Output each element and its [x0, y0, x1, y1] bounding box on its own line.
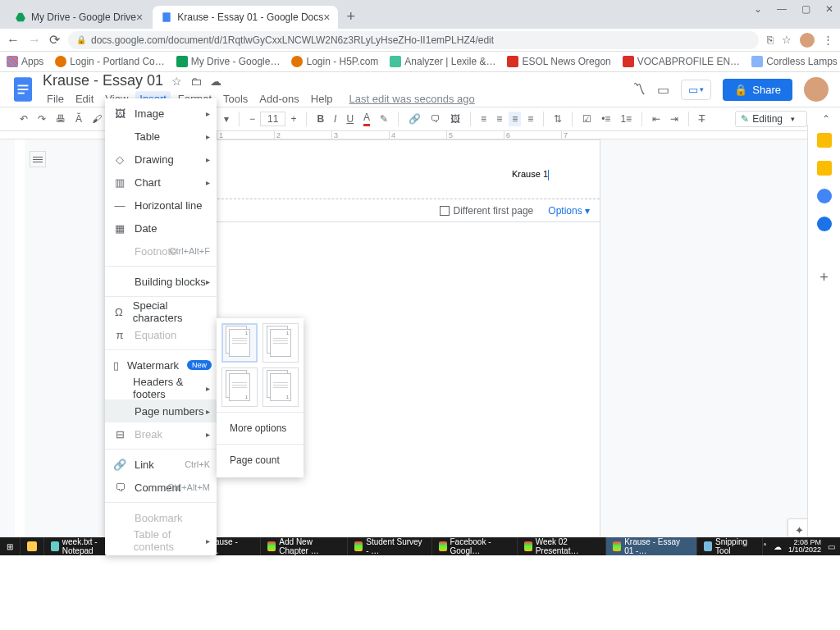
italic-icon[interactable]: I — [331, 112, 340, 126]
bookmark-item[interactable]: Cordless Lamps - Al… — [751, 56, 840, 67]
checklist-icon[interactable]: ☑ — [579, 112, 595, 126]
insert-drawing[interactable]: ◇Drawing▸ — [105, 148, 217, 171]
account-avatar[interactable] — [804, 77, 829, 102]
menu-tools[interactable]: Tools — [219, 91, 252, 107]
pn-option-bottom-right-skip[interactable]: 1 — [262, 368, 299, 407]
notifications-icon[interactable]: ▭ — [828, 542, 835, 551]
insert-hr[interactable]: —Horizontal line — [105, 194, 217, 217]
insert-watermark[interactable]: ▯WatermarkNew — [105, 354, 217, 377]
bookmark-item[interactable]: VOCABPROFILE EN… — [623, 56, 740, 67]
bookmark-item[interactable]: My Drive - Google… — [176, 56, 281, 67]
taskbar-app[interactable]: Student Survey - … — [348, 537, 431, 555]
taskbar-app[interactable]: Week 02 Presentat… — [518, 537, 607, 555]
insert-page-numbers[interactable]: Page numbers▸ — [105, 399, 217, 422]
clear-format-icon[interactable]: T̶ — [696, 112, 708, 126]
maximize-icon[interactable]: ▢ — [801, 3, 810, 15]
tray-chevron-icon[interactable]: ˄ — [763, 542, 767, 551]
move-icon[interactable]: 🗀 — [190, 75, 202, 88]
insert-special-chars[interactable]: ΩSpecial characters — [105, 300, 217, 323]
bookmark-item[interactable]: ESOL News Oregon — [507, 56, 610, 67]
browser-tab-drive[interactable]: My Drive - Google Drive × — [7, 6, 151, 29]
tray-cloud-icon[interactable]: ☁ — [774, 542, 782, 551]
share-button[interactable]: 🔒Share — [723, 79, 792, 101]
pn-page-count[interactable]: Page count — [221, 448, 299, 472]
calendar-icon[interactable] — [817, 133, 832, 148]
highlight-icon[interactable]: ✎ — [377, 112, 391, 126]
menu-edit[interactable]: Edit — [71, 91, 98, 107]
pn-more-options[interactable]: More options — [221, 416, 299, 441]
explorer-icon[interactable] — [21, 537, 44, 555]
text-color-icon[interactable]: A — [360, 110, 373, 128]
align-right-icon[interactable]: ≡ — [509, 112, 521, 126]
spellcheck-icon[interactable]: Ă — [72, 112, 85, 126]
comment-icon[interactable]: 🗨 — [427, 112, 444, 126]
forward-icon[interactable]: → — [28, 33, 41, 48]
taskbar-app[interactable]: Snipping Tool — [697, 537, 763, 555]
profile-avatar[interactable] — [800, 33, 815, 48]
back-icon[interactable]: ← — [7, 33, 20, 48]
insert-headers-footers[interactable]: Headers & footers▸ — [105, 377, 217, 399]
font-size-decrease[interactable]: − — [246, 112, 258, 126]
star-icon[interactable]: ☆ — [171, 75, 182, 88]
line-spacing-icon[interactable]: ⇅ — [550, 112, 565, 126]
docs-logo[interactable] — [11, 75, 34, 104]
bookmark-item[interactable]: Login - Portland Co… — [55, 56, 164, 67]
vertical-ruler[interactable] — [15, 139, 25, 550]
addons-plus-icon[interactable]: + — [819, 269, 829, 286]
insert-chart[interactable]: ▥Chart▸ — [105, 171, 217, 194]
translate-icon[interactable]: ⎘ — [767, 34, 774, 46]
insert-date[interactable]: ▦Date — [105, 217, 217, 240]
reload-icon[interactable]: ⟳ — [49, 32, 60, 48]
align-left-icon[interactable]: ≡ — [477, 112, 490, 126]
document-title[interactable]: Krause - Essay 01 — [43, 72, 163, 89]
header-options-link[interactable]: Options ▾ — [548, 205, 590, 217]
browser-tab-docs[interactable]: Krause - Essay 01 - Google Docs × — [153, 6, 338, 29]
close-icon[interactable]: × — [323, 11, 330, 24]
insert-link[interactable]: 🔗LinkCtrl+K — [105, 453, 217, 476]
align-center-icon[interactable]: ≡ — [493, 112, 505, 126]
pn-option-top-right-skip[interactable]: 1 — [262, 323, 299, 363]
font-size-increase[interactable]: + — [287, 112, 299, 126]
tasks-icon[interactable] — [817, 189, 832, 203]
bold-icon[interactable]: B — [313, 112, 327, 126]
image-icon[interactable]: 🖼 — [447, 112, 463, 126]
bookmark-item[interactable]: Login - H5P.com — [291, 56, 378, 67]
star-icon[interactable]: ☆ — [782, 34, 792, 46]
contacts-icon[interactable] — [817, 217, 832, 231]
menu-addons[interactable]: Add-ons — [255, 91, 303, 107]
underline-icon[interactable]: U — [343, 112, 357, 126]
link-icon[interactable]: 🔗 — [405, 112, 424, 126]
activity-icon[interactable]: 〽 — [632, 82, 646, 97]
paint-format-icon[interactable]: 🖌 — [89, 112, 105, 126]
print-icon[interactable]: 🖶 — [52, 112, 69, 126]
last-edit[interactable]: Last edit was seconds ago — [345, 91, 479, 107]
insert-comment[interactable]: 🗨CommentCtrl+Alt+M — [105, 476, 217, 499]
menu-file[interactable]: File — [43, 91, 68, 107]
redo-icon[interactable]: ↷ — [34, 112, 49, 126]
taskbar-app[interactable]: Facebook - Googl… — [432, 537, 518, 555]
font-size-input[interactable]: 11 — [260, 112, 285, 126]
start-button[interactable]: ⊞ — [0, 537, 21, 555]
collapse-toolbar-icon[interactable]: ⌃ — [822, 113, 830, 125]
apps-button[interactable]: Apps — [7, 56, 43, 67]
close-icon[interactable]: × — [136, 11, 143, 24]
pn-option-top-right[interactable]: 1 — [221, 323, 258, 363]
menu-help[interactable]: Help — [307, 91, 337, 107]
undo-icon[interactable]: ↶ — [16, 112, 31, 126]
account-chevron-icon[interactable]: ⌄ — [754, 3, 762, 15]
taskbar-clock[interactable]: 2:08 PM 1/10/2022 — [788, 539, 821, 554]
different-first-page-checkbox[interactable] — [440, 206, 450, 216]
omnibox[interactable]: 🔒 docs.google.com/document/d/1RqtlwGyCxx… — [68, 31, 759, 49]
insert-image[interactable]: 🖼Image▸ — [105, 102, 217, 125]
numbered-list-icon[interactable]: 1≡ — [617, 112, 635, 126]
new-tab-button[interactable]: + — [346, 8, 355, 25]
taskbar-app[interactable]: Add New Chapter … — [261, 537, 348, 555]
editing-mode[interactable]: ✎ Editing ▾ — [735, 111, 807, 127]
page-header-area[interactable]: Krause 1 — [193, 140, 600, 199]
indent-decrease-icon[interactable]: ⇤ — [649, 112, 664, 126]
close-window-icon[interactable]: ✕ — [825, 3, 833, 15]
bulleted-list-icon[interactable]: •≡ — [598, 112, 614, 126]
taskbar-app-active[interactable]: Krause - Essay 01 -… — [606, 537, 697, 555]
font-dropdown[interactable]: ▾ — [221, 112, 232, 126]
present-button[interactable]: ▭▾ — [681, 80, 711, 100]
